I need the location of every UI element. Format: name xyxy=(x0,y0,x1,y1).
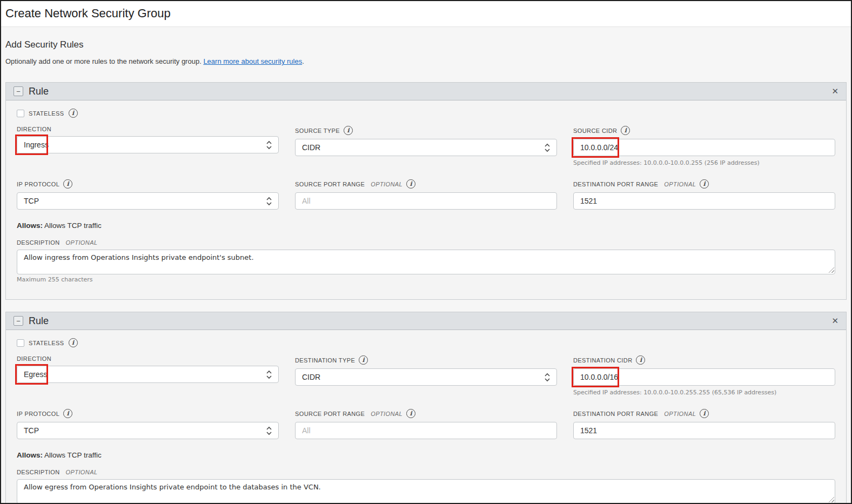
section-heading: Add Security Rules xyxy=(5,27,847,50)
info-icon[interactable]: i xyxy=(63,179,72,189)
optional-tag: OPTIONAL xyxy=(371,181,402,187)
destination-cidr-input[interactable] xyxy=(573,368,835,386)
description-textarea[interactable]: Allow egress from Operations Insights pr… xyxy=(17,479,835,504)
rule-fields-row2: IP PROTOCOL i TCP SOURCE PO xyxy=(17,179,835,210)
source-cidr-field: SOURCE CIDR i Specified IP addresses: 10… xyxy=(573,126,835,166)
destination-port-label: DESTINATION PORT RANGE xyxy=(573,181,658,187)
stateless-row: STATELESS i xyxy=(17,338,835,347)
intro-text: Optionally add one or more rules to the … xyxy=(5,57,847,65)
destination-port-label: DESTINATION PORT RANGE xyxy=(573,411,658,417)
info-icon[interactable]: i xyxy=(406,179,415,189)
source-port-field: SOURCE PORT RANGE OPTIONAL i xyxy=(295,409,557,439)
ip-protocol-value: TCP xyxy=(24,426,39,435)
direction-field: DIRECTION Egress xyxy=(17,355,279,383)
rule-title: Rule xyxy=(29,315,49,327)
optional-tag: OPTIONAL xyxy=(66,239,98,246)
destination-port-input[interactable] xyxy=(573,192,835,210)
learn-more-link[interactable]: Learn more about security rules xyxy=(203,57,302,65)
rule-body: STATELESS i DIRECTION Egress xyxy=(6,330,846,504)
info-icon[interactable]: i xyxy=(344,126,353,135)
stateless-label: STATELESS xyxy=(29,340,64,346)
source-port-input[interactable] xyxy=(295,192,557,210)
source-port-input[interactable] xyxy=(295,422,557,439)
optional-tag: OPTIONAL xyxy=(66,469,98,475)
ip-protocol-label: IP PROTOCOL xyxy=(17,181,59,187)
collapse-rule-button[interactable]: − xyxy=(14,86,23,96)
source-port-field: SOURCE PORT RANGE OPTIONAL i xyxy=(295,179,557,210)
optional-tag: OPTIONAL xyxy=(664,181,696,187)
info-icon[interactable]: i xyxy=(636,355,645,365)
max-chars-note: Maximum 255 characters xyxy=(17,276,835,283)
collapse-rule-button[interactable]: − xyxy=(14,316,23,326)
destination-port-field: DESTINATION PORT RANGE OPTIONAL i xyxy=(573,179,835,210)
select-chevrons-icon xyxy=(545,143,550,152)
rule-fields-row1: DIRECTION Ingress SOURCE T xyxy=(17,126,835,166)
select-chevrons-icon xyxy=(266,197,272,206)
destination-cidr-label: DESTINATION CIDR xyxy=(573,357,632,364)
minus-icon: − xyxy=(16,88,21,95)
direction-label: DIRECTION xyxy=(17,355,51,362)
info-icon[interactable]: i xyxy=(359,355,368,365)
cidr-helper-text: Specified IP addresses: 10.0.0.0-10.0.25… xyxy=(573,389,835,396)
source-type-label: SOURCE TYPE xyxy=(295,127,340,134)
dialog-body: Add Security Rules Optionally add one or… xyxy=(1,27,851,504)
info-icon[interactable]: i xyxy=(63,409,72,418)
allows-label: Allows: xyxy=(17,451,43,459)
allows-text: Allows TCP traffic xyxy=(44,451,102,459)
destination-type-label: DESTINATION TYPE xyxy=(295,357,355,364)
destination-type-value: CIDR xyxy=(302,373,320,381)
intro-text-main: Optionally add one or more rules to the … xyxy=(5,57,202,65)
info-icon[interactable]: i xyxy=(700,409,709,418)
rule-header: − Rule ✕ xyxy=(6,83,846,100)
source-cidr-input[interactable] xyxy=(573,139,835,156)
info-icon[interactable]: i xyxy=(406,409,415,418)
rule-header: − Rule ✕ xyxy=(6,312,846,330)
stateless-checkbox[interactable] xyxy=(17,339,24,347)
info-icon[interactable]: i xyxy=(69,338,78,347)
intro-period: . xyxy=(302,57,304,65)
source-cidr-label: SOURCE CIDR xyxy=(573,127,617,134)
allows-summary: Allows: Allows TCP traffic xyxy=(17,221,835,230)
info-icon[interactable]: i xyxy=(621,126,630,135)
optional-tag: OPTIONAL xyxy=(371,411,402,417)
ip-protocol-field: IP PROTOCOL i TCP xyxy=(17,179,279,210)
title-bar: Create Network Security Group xyxy=(1,1,851,27)
close-rule-icon[interactable]: ✕ xyxy=(831,86,838,96)
rule-card-egress: − Rule ✕ STATELESS i DIRECTION Egress xyxy=(5,312,847,504)
rule-fields-row2: IP PROTOCOL i TCP SOURCE PO xyxy=(17,409,835,439)
info-icon[interactable]: i xyxy=(69,109,78,118)
stateless-row: STATELESS i xyxy=(17,109,835,118)
rule-fields-row1: DIRECTION Egress DESTINATI xyxy=(17,355,835,396)
description-textarea[interactable]: Allow ingress from Operations Insights p… xyxy=(17,250,835,274)
select-chevrons-icon xyxy=(266,140,272,150)
minus-icon: − xyxy=(16,318,21,325)
direction-value: Egress xyxy=(24,370,48,379)
direction-value: Ingress xyxy=(24,140,49,149)
description-label: DESCRIPTION xyxy=(17,239,60,246)
source-type-field: SOURCE TYPE i CIDR xyxy=(295,126,557,156)
ip-protocol-value: TCP xyxy=(24,197,39,205)
info-icon[interactable]: i xyxy=(700,179,709,189)
source-port-label: SOURCE PORT RANGE xyxy=(295,181,365,187)
source-type-select[interactable]: CIDR xyxy=(295,139,557,156)
select-chevrons-icon xyxy=(266,370,272,379)
direction-select[interactable]: Ingress xyxy=(17,136,279,153)
source-port-label: SOURCE PORT RANGE xyxy=(295,411,365,417)
allows-summary: Allows: Allows TCP traffic xyxy=(17,451,835,459)
close-rule-icon[interactable]: ✕ xyxy=(831,316,838,326)
direction-select[interactable]: Egress xyxy=(17,366,279,383)
page-title: Create Network Security Group xyxy=(5,6,847,21)
source-type-value: CIDR xyxy=(302,143,320,152)
ip-protocol-select[interactable]: TCP xyxy=(17,192,279,210)
select-chevrons-icon xyxy=(545,373,550,382)
destination-type-field: DESTINATION TYPE i CIDR xyxy=(295,355,557,386)
destination-type-select[interactable]: CIDR xyxy=(295,368,557,386)
ip-protocol-select[interactable]: TCP xyxy=(17,422,279,439)
cidr-helper-text: Specified IP addresses: 10.0.0.0-10.0.0.… xyxy=(573,159,835,166)
destination-port-input[interactable] xyxy=(573,422,835,439)
optional-tag: OPTIONAL xyxy=(664,411,696,417)
rule-body: STATELESS i DIRECTION Ingress xyxy=(6,100,846,299)
ip-protocol-label: IP PROTOCOL xyxy=(17,411,59,417)
stateless-label: STATELESS xyxy=(29,110,64,117)
stateless-checkbox[interactable] xyxy=(17,110,24,117)
